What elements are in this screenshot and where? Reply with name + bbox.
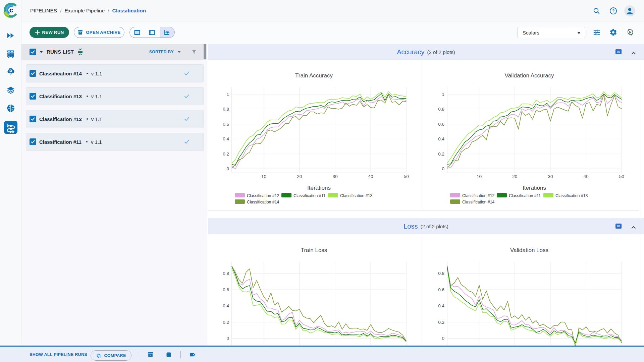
- svg-text:10: 10: [477, 174, 482, 179]
- svg-text:0.4: 0.4: [223, 303, 229, 308]
- svg-text:0.2: 0.2: [223, 320, 229, 325]
- svg-text:0.8: 0.8: [438, 271, 444, 276]
- svg-text:0: 0: [226, 336, 229, 341]
- svg-text:50: 50: [404, 174, 409, 179]
- svg-text:20: 20: [512, 174, 517, 179]
- svg-text:Classification #13: Classification #13: [555, 193, 588, 198]
- svg-text:Classification #14: Classification #14: [247, 200, 279, 204]
- svg-text:30: 30: [332, 174, 337, 179]
- svg-text:1: 1: [442, 92, 444, 97]
- svg-text:0.2: 0.2: [223, 152, 229, 157]
- svg-text:Classification #12: Classification #12: [247, 193, 279, 198]
- svg-text:10: 10: [261, 174, 266, 179]
- svg-text:0: 0: [442, 336, 444, 341]
- svg-text:0.8: 0.8: [223, 107, 229, 112]
- svg-text:0.8: 0.8: [223, 271, 229, 276]
- svg-text:40: 40: [368, 174, 373, 179]
- svg-text:Iterations: Iterations: [307, 185, 331, 191]
- svg-text:Classification #11: Classification #11: [509, 193, 541, 198]
- svg-text:c: c: [9, 6, 13, 14]
- svg-text:Validation Loss: Validation Loss: [510, 247, 548, 253]
- svg-text:Classification #14: Classification #14: [462, 200, 495, 204]
- svg-text:0.4: 0.4: [438, 303, 444, 308]
- svg-text:0.6: 0.6: [223, 122, 229, 127]
- svg-text:0: 0: [442, 166, 444, 171]
- svg-text:Validation Accuracy: Validation Accuracy: [504, 72, 554, 79]
- svg-text:?: ?: [612, 9, 615, 13]
- svg-text:0.2: 0.2: [438, 320, 444, 325]
- svg-text:0: 0: [226, 166, 229, 171]
- svg-text:Iterations: Iterations: [523, 185, 546, 191]
- svg-text:40: 40: [584, 174, 589, 179]
- svg-text:Classification #12: Classification #12: [462, 193, 495, 198]
- svg-text:Classification #11: Classification #11: [293, 193, 326, 198]
- svg-text:0.6: 0.6: [223, 287, 229, 292]
- svg-text:30: 30: [548, 174, 553, 179]
- svg-text:Train Loss: Train Loss: [301, 247, 327, 253]
- svg-text:0.2: 0.2: [438, 152, 444, 157]
- svg-text:Train Accuracy: Train Accuracy: [295, 72, 333, 79]
- svg-text:1: 1: [226, 92, 229, 97]
- svg-text:50: 50: [619, 174, 624, 179]
- svg-text:0.6: 0.6: [438, 287, 444, 292]
- svg-text:0.6: 0.6: [438, 122, 444, 127]
- svg-text:Classification #13: Classification #13: [340, 193, 373, 198]
- svg-text:0.4: 0.4: [223, 136, 229, 141]
- svg-text:0.4: 0.4: [438, 136, 444, 141]
- svg-text:0.8: 0.8: [438, 107, 444, 112]
- svg-text:20: 20: [297, 174, 302, 179]
